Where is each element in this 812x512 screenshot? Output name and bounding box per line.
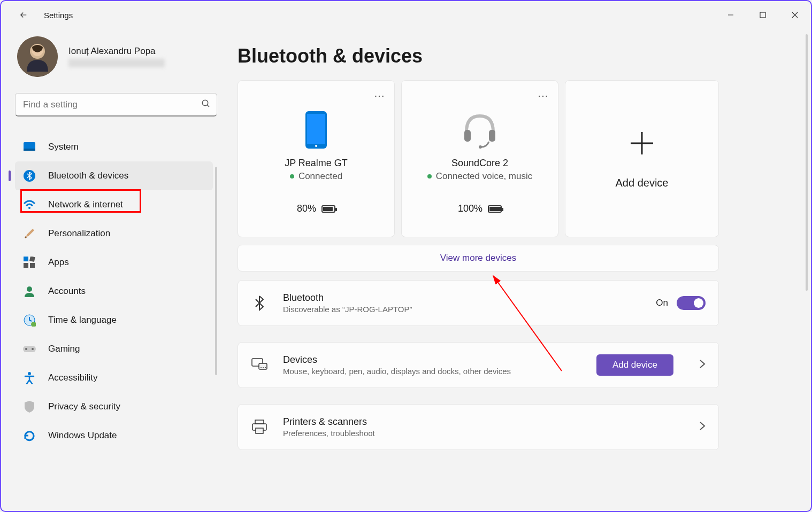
svg-point-22 — [32, 348, 34, 350]
nav-label: Accessibility — [48, 373, 98, 383]
plus-icon — [627, 129, 656, 164]
toggle-label: On — [656, 298, 668, 308]
nav-label: Windows Update — [48, 430, 117, 441]
svg-rect-28 — [489, 130, 495, 142]
setting-subtitle: Preferences, troubleshoot — [283, 429, 673, 438]
svg-rect-27 — [464, 130, 471, 142]
battery-icon — [488, 205, 502, 213]
setting-subtitle: Mouse, keyboard, pen, audio, displays an… — [283, 367, 581, 376]
nav-item-apps[interactable]: Apps — [15, 248, 213, 277]
profile-email — [68, 59, 165, 67]
chevron-right-icon — [699, 359, 706, 371]
nav-label: Network & internet — [48, 199, 123, 210]
headset-icon — [460, 110, 500, 150]
device-card-headset[interactable]: ⋯ SoundCore 2 Connected voice, music 100… — [401, 80, 558, 237]
svg-point-12 — [28, 207, 30, 209]
svg-rect-14 — [29, 257, 35, 262]
brush-icon — [22, 227, 36, 241]
svg-point-23 — [28, 372, 31, 375]
nav-item-time[interactable]: Time & language — [15, 306, 213, 335]
main-scrollbar[interactable] — [806, 34, 808, 291]
nav-item-accounts[interactable]: Accounts — [15, 277, 213, 306]
device-card-phone[interactable]: ⋯ JP Realme GT Connected 80% — [238, 80, 395, 237]
search-input[interactable] — [15, 93, 217, 117]
nav-item-personalization[interactable]: Personalization — [15, 219, 213, 248]
profile-section[interactable]: Ionuț Alexandru Popa — [15, 36, 230, 77]
svg-rect-37 — [255, 420, 264, 424]
devices-icon — [251, 358, 268, 372]
svg-point-29 — [479, 145, 482, 149]
maximize-button[interactable] — [747, 1, 779, 29]
setting-title: Devices — [283, 354, 581, 366]
search-icon — [201, 99, 211, 111]
device-cards: ⋯ JP Realme GT Connected 80% ⋯ — [238, 80, 795, 237]
svg-point-36 — [265, 367, 266, 368]
printers-row[interactable]: Printers & scanners Preferences, trouble… — [238, 404, 719, 450]
nav-item-network[interactable]: Network & internet — [15, 190, 213, 219]
svg-point-35 — [263, 367, 264, 368]
svg-rect-16 — [30, 263, 35, 268]
svg-rect-1 — [760, 12, 765, 18]
device-status: Connected voice, music — [427, 171, 532, 182]
accessibility-icon — [22, 371, 36, 385]
svg-rect-39 — [256, 428, 263, 433]
titlebar: Settings — [1, 1, 811, 29]
chevron-right-icon — [699, 421, 706, 433]
setting-title: Bluetooth — [283, 292, 641, 304]
bluetooth-row: Bluetooth Discoverable as “JP-ROG-LAPTOP… — [238, 280, 719, 326]
back-button[interactable] — [13, 4, 34, 26]
battery-icon — [321, 205, 335, 213]
close-button[interactable] — [779, 1, 811, 29]
profile-name: Ionuț Alexandru Popa — [68, 46, 165, 57]
devices-row[interactable]: Devices Mouse, keyboard, pen, audio, dis… — [238, 342, 719, 388]
nav-item-privacy[interactable]: Privacy & security — [15, 392, 213, 421]
view-more-devices-link[interactable]: View more devices — [238, 245, 719, 271]
person-icon — [22, 284, 36, 298]
device-name: SoundCore 2 — [451, 158, 508, 169]
add-device-card[interactable]: Add device — [565, 80, 719, 237]
sidebar-scrollbar[interactable] — [215, 167, 217, 375]
phone-icon — [305, 110, 327, 150]
status-dot-icon — [427, 174, 432, 179]
more-icon[interactable]: ⋯ — [538, 89, 549, 102]
nav-label: Time & language — [48, 315, 117, 325]
nav-item-gaming[interactable]: Gaming — [15, 335, 213, 363]
shield-icon — [22, 400, 36, 414]
nav-label: Bluetooth & devices — [48, 170, 128, 181]
minimize-button[interactable] — [715, 1, 747, 29]
status-dot-icon — [290, 174, 294, 179]
avatar — [17, 36, 58, 77]
svg-point-26 — [315, 145, 317, 147]
sidebar: Ionuț Alexandru Popa System Bluetooth & … — [1, 29, 230, 511]
nav-item-system[interactable]: System — [15, 133, 213, 161]
svg-point-7 — [202, 100, 208, 106]
update-icon — [22, 429, 36, 443]
svg-point-34 — [261, 367, 262, 368]
svg-point-17 — [27, 286, 32, 292]
add-device-label: Add device — [616, 177, 669, 189]
more-icon[interactable]: ⋯ — [374, 89, 386, 102]
nav-label: Gaming — [48, 344, 80, 354]
printer-icon — [251, 420, 268, 435]
svg-rect-33 — [259, 363, 267, 369]
nav-item-update[interactable]: Windows Update — [15, 421, 213, 450]
nav-label: Personalization — [48, 228, 110, 239]
window-controls — [715, 1, 811, 29]
add-device-button[interactable]: Add device — [596, 354, 673, 376]
setting-title: Printers & scanners — [283, 416, 673, 428]
window-title: Settings — [44, 11, 73, 20]
svg-line-8 — [207, 105, 209, 107]
svg-rect-13 — [24, 257, 28, 261]
page-title: Bluetooth & devices — [238, 45, 795, 67]
apps-icon — [22, 255, 36, 269]
nav-item-accessibility[interactable]: Accessibility — [15, 363, 213, 392]
bluetooth-toggle[interactable] — [677, 296, 706, 310]
nav-list: System Bluetooth & devices Network & int… — [15, 133, 230, 450]
nav-item-bluetooth[interactable]: Bluetooth & devices — [15, 161, 213, 190]
gamepad-icon — [22, 342, 36, 356]
device-name: JP Realme GT — [285, 158, 348, 169]
system-icon — [22, 140, 36, 154]
wifi-icon — [22, 198, 36, 212]
main-content: Bluetooth & devices ⋯ JP Realme GT Conne… — [230, 29, 811, 511]
nav-label: Apps — [48, 257, 69, 268]
